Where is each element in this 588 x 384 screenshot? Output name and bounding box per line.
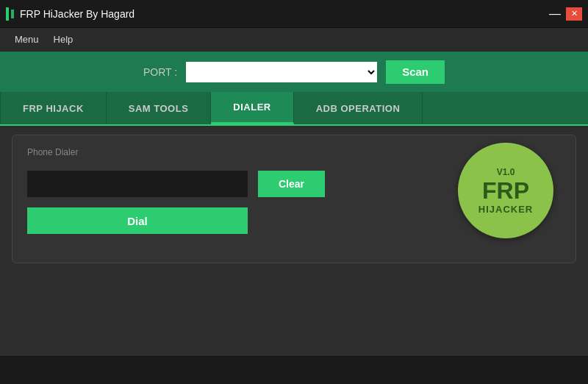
menu-bar: Menu Help [0,28,588,51]
app-icon [6,7,14,21]
tab-sam-tools[interactable]: SAM TOOLS [107,92,212,124]
dialer-panel: Phone Dialer Clear Dial V1.0 FRP HIJACKE… [12,135,576,263]
frp-sub-text: HIJACKER [478,204,533,215]
port-select[interactable] [186,62,377,82]
menu-item-help[interactable]: Help [46,31,81,48]
frp-main-text: FRP [482,179,529,202]
minimize-button[interactable]: — [547,7,563,21]
scan-button[interactable]: Scan [386,60,445,84]
frp-logo-circle: V1.0 FRP HIJACKER [458,143,553,238]
close-button[interactable]: ✕ [566,7,582,21]
window-title: FRP HiJacker By Hagard [20,8,135,20]
menu-item-menu[interactable]: Menu [7,31,46,48]
tab-adb-operation[interactable]: ADB OPERATION [294,92,423,124]
frp-version-text: V1.0 [497,167,515,177]
dialer-input[interactable] [27,171,248,197]
clear-button[interactable]: Clear [258,171,325,197]
content-area: Phone Dialer Clear Dial V1.0 FRP HIJACKE… [0,126,588,384]
tab-frp-hijack[interactable]: FRP HIJACK [0,92,107,124]
port-bar: PORT : Scan [0,51,588,92]
status-bar [0,356,588,384]
main-panel: Phone Dialer Clear Dial V1.0 FRP HIJACKE… [0,126,588,384]
title-bar: FRP HiJacker By Hagard — ✕ [0,0,588,28]
port-label: PORT : [143,66,177,78]
tabs-bar: FRP HIJACK SAM TOOLS DIALER ADB OPERATIO… [0,92,588,126]
dial-button[interactable]: Dial [27,207,248,234]
tab-dialer[interactable]: DIALER [211,92,293,124]
window-controls: — ✕ [547,7,582,21]
title-bar-left: FRP HiJacker By Hagard [6,7,135,21]
